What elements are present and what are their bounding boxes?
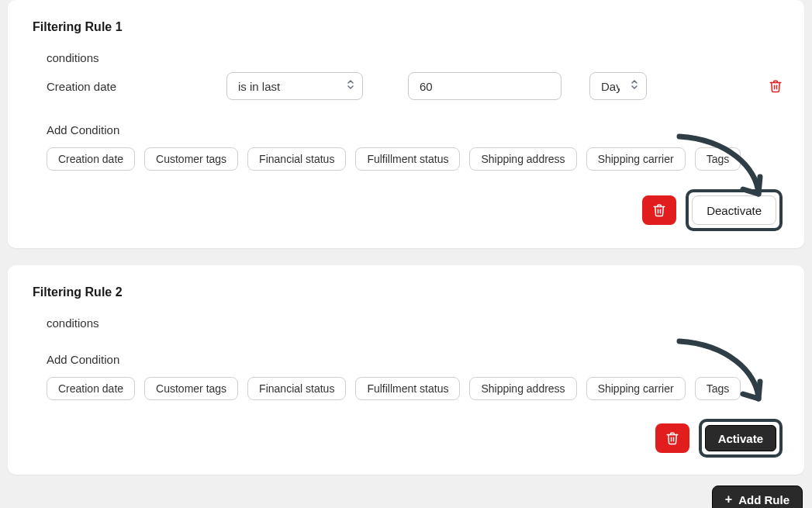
condition-pill[interactable]: Shipping address (469, 377, 576, 400)
trash-icon (769, 79, 783, 93)
rule-actions: Deactivate (33, 189, 783, 231)
delete-condition-button[interactable] (769, 79, 783, 93)
add-condition-label: Add Condition (47, 353, 783, 366)
condition-pill[interactable]: Financial status (247, 147, 346, 171)
operator-select[interactable]: is in last (226, 72, 363, 100)
filtering-rule-card: Filtering Rule 2 conditions Add Conditio… (8, 265, 804, 475)
highlight-ring: Activate (699, 419, 783, 458)
condition-pill[interactable]: Shipping carrier (586, 147, 686, 171)
conditions-label: conditions (47, 316, 783, 330)
conditions-label: conditions (47, 51, 783, 64)
add-condition-label: Add Condition (47, 123, 783, 137)
condition-pill[interactable]: Creation date (47, 377, 135, 400)
condition-field-label: Creation date (47, 80, 226, 93)
highlight-ring: Deactivate (686, 189, 783, 231)
condition-pill[interactable]: Shipping carrier (586, 377, 686, 400)
filtering-rule-card: Filtering Rule 1 conditions Creation dat… (8, 0, 804, 248)
condition-pill[interactable]: Financial status (247, 377, 346, 400)
condition-pill-list: Creation date Customer tags Financial st… (47, 377, 783, 400)
rule-title: Filtering Rule 2 (33, 285, 783, 299)
trash-icon (652, 203, 666, 217)
condition-row: Creation date is in last Days (47, 72, 783, 100)
rule-actions: Activate (33, 419, 783, 458)
trash-icon (665, 431, 679, 445)
condition-pill[interactable]: Shipping address (469, 147, 576, 171)
add-rule-button[interactable]: + Add Rule (712, 486, 803, 508)
unit-select[interactable]: Days (589, 72, 647, 100)
footer-actions: + Add Rule (8, 486, 803, 508)
unit-select-wrap: Days (575, 72, 647, 100)
delete-rule-button[interactable] (655, 423, 689, 453)
value-input[interactable] (408, 72, 561, 100)
condition-pill[interactable]: Fulfillment status (355, 377, 460, 400)
condition-pill[interactable]: Customer tags (144, 147, 238, 171)
add-rule-label: Add Rule (738, 493, 790, 506)
condition-pill[interactable]: Tags (695, 147, 741, 171)
condition-pill[interactable]: Customer tags (144, 377, 238, 400)
condition-pill-list: Creation date Customer tags Financial st… (47, 147, 783, 171)
condition-pill[interactable]: Tags (695, 377, 741, 400)
delete-rule-button[interactable] (642, 195, 676, 225)
plus-icon: + (725, 493, 732, 506)
operator-select-wrap: is in last (226, 72, 363, 100)
activate-button[interactable]: Activate (705, 425, 776, 451)
rule-title: Filtering Rule 1 (33, 20, 783, 34)
deactivate-button[interactable]: Deactivate (692, 195, 776, 225)
condition-pill[interactable]: Fulfillment status (355, 147, 460, 171)
condition-pill[interactable]: Creation date (47, 147, 135, 171)
